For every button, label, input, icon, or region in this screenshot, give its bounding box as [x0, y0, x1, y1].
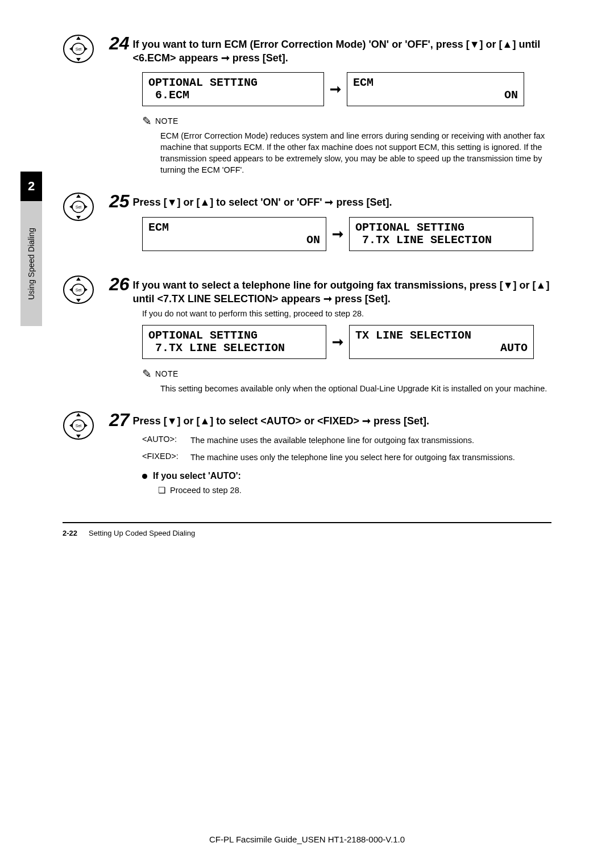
chapter-label: Using Speed Dialing: [27, 228, 36, 300]
step-body: If you do not want to perform this setti…: [142, 309, 551, 318]
svg-marker-5: [69, 47, 73, 51]
down-triangle-icon: ▼: [167, 415, 177, 427]
svg-marker-4: [76, 58, 81, 61]
checkbox-icon: ❏: [158, 486, 165, 495]
svg-marker-25: [76, 435, 81, 438]
chapter-tab: 2 Using Speed Dialing: [20, 172, 42, 326]
chapter-label-box: Using Speed Dialing: [20, 201, 42, 326]
lcd-display: ECM ON: [142, 217, 326, 251]
svg-marker-24: [76, 413, 81, 416]
note-body: This setting becomes available only when…: [160, 383, 551, 394]
step-27: Set 27 Press [▼] or [▲] to select <AUTO>…: [63, 411, 551, 495]
step-number: 24: [109, 34, 130, 52]
chapter-number-box: 2: [20, 172, 42, 201]
arrow-right-icon: ➞: [325, 197, 333, 208]
arrow-right-icon: ➞: [221, 52, 230, 64]
arrow-right-icon: ➞: [323, 293, 332, 304]
note-label: NOTE: [155, 369, 179, 378]
svg-marker-12: [69, 205, 73, 209]
step-number: 26: [109, 275, 130, 293]
set-button-icon: Set: [63, 34, 94, 64]
lcd-display: OPTIONAL SETTING 6.ECM: [142, 72, 324, 106]
pencil-icon: ✎: [142, 114, 152, 128]
svg-marker-27: [84, 423, 88, 428]
footer-title: Setting Up Coded Speed Dialing: [89, 529, 195, 537]
step-number: 27: [109, 411, 130, 429]
step-25: Set 25 Press [▼] or [▲] to select 'ON' o…: [63, 192, 551, 259]
svg-marker-19: [69, 287, 73, 292]
svg-marker-20: [84, 287, 88, 292]
arrow-right-icon: ➞: [332, 334, 343, 350]
document-id: CF-PL Facsimile Guide_USEN HT1-2188-000-…: [0, 834, 614, 844]
step-number: 25: [109, 192, 130, 210]
step-instruction: Press [▼] or [▲] to select 'ON' or 'OFF'…: [133, 192, 392, 209]
step-24: Set 24 If you want to turn ECM (Error Co…: [63, 34, 551, 176]
step-instruction: If you want to select a telephone line f…: [133, 275, 551, 306]
footer-divider: [63, 522, 551, 523]
step-26: Set 26 If you want to select a telephone…: [63, 275, 551, 395]
arrow-right-icon: ➞: [362, 415, 371, 427]
set-button-icon: Set: [63, 275, 94, 304]
chapter-number: 2: [28, 179, 35, 194]
lcd-display: TX LINE SELECTION AUTO: [349, 325, 534, 359]
down-triangle-icon: ▼: [470, 39, 480, 50]
substep: ❏ Proceed to step 28.: [158, 486, 551, 495]
svg-marker-10: [76, 194, 81, 198]
option-fixed: <FIXED>: The machine uses only the telep…: [142, 452, 551, 463]
page-number: 2-22: [63, 529, 77, 537]
note-label: NOTE: [155, 116, 179, 126]
svg-text:Set: Set: [76, 424, 82, 428]
set-button-icon: Set: [63, 411, 94, 440]
svg-marker-17: [76, 277, 81, 281]
down-triangle-icon: ▼: [503, 279, 513, 291]
lcd-display: OPTIONAL SETTING 7.TX LINE SELECTION: [142, 325, 326, 359]
svg-text:Set: Set: [76, 47, 82, 51]
svg-marker-6: [84, 47, 88, 51]
step-instruction: If you want to turn ECM (Error Correctio…: [133, 34, 551, 65]
up-triangle-icon: ▲: [503, 39, 513, 50]
svg-marker-3: [76, 36, 81, 40]
up-triangle-icon: ▲: [200, 415, 210, 427]
up-triangle-icon: ▲: [536, 279, 546, 291]
svg-text:Set: Set: [76, 205, 82, 209]
lcd-display: ECM ON: [347, 72, 524, 106]
svg-marker-11: [76, 216, 81, 219]
bullet-if-auto: If you select 'AUTO':: [142, 471, 551, 481]
page-footer: 2-22 Setting Up Coded Speed Dialing: [63, 529, 551, 537]
bullet-icon: [142, 474, 147, 479]
svg-marker-18: [76, 299, 81, 302]
set-button-icon: Set: [63, 192, 94, 222]
lcd-display: OPTIONAL SETTING 7.TX LINE SELECTION: [349, 217, 533, 251]
svg-marker-13: [84, 205, 88, 209]
up-triangle-icon: ▲: [200, 197, 210, 208]
arrow-right-icon: ➞: [330, 81, 341, 97]
note-body: ECM (Error Correction Mode) reduces syst…: [160, 130, 551, 176]
svg-marker-26: [69, 423, 73, 428]
svg-text:Set: Set: [76, 288, 82, 292]
arrow-right-icon: ➞: [332, 226, 343, 242]
option-auto: <AUTO>: The machine uses the available t…: [142, 435, 551, 446]
pencil-icon: ✎: [142, 367, 152, 381]
down-triangle-icon: ▼: [167, 197, 177, 208]
step-instruction: Press [▼] or [▲] to select <AUTO> or <FI…: [133, 411, 430, 428]
